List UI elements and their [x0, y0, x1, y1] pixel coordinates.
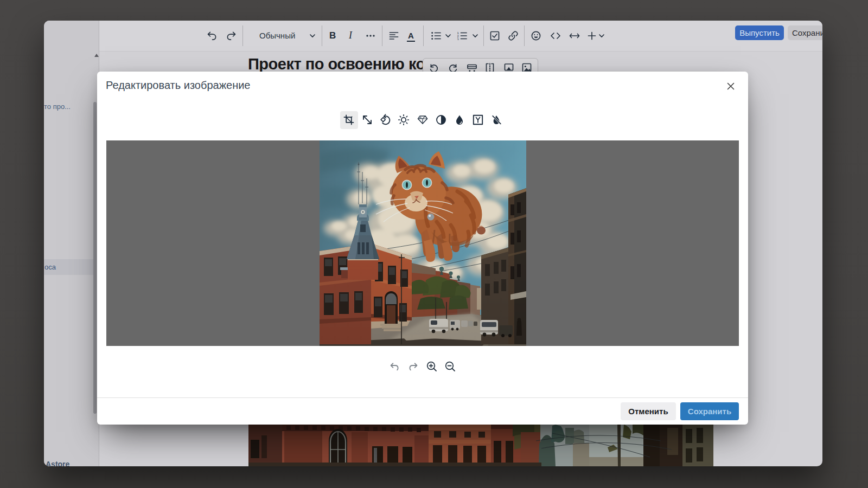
svg-text:3: 3 — [457, 38, 459, 41]
